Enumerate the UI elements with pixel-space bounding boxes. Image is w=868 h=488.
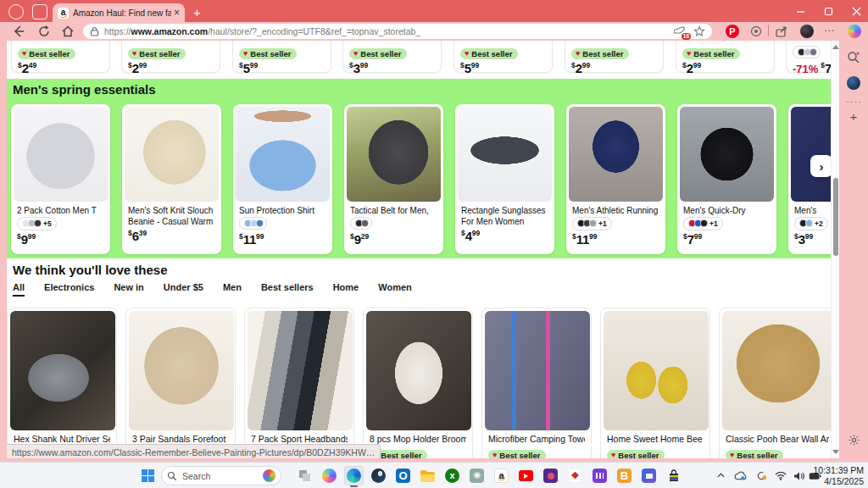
tab-women[interactable]: Women: [378, 282, 412, 297]
profile-avatar[interactable]: [800, 25, 814, 38]
edge-sidebar: +: [839, 41, 868, 458]
start-button[interactable]: [138, 466, 158, 485]
shopping-bag-icon[interactable]: [664, 466, 683, 485]
workspaces-icon[interactable]: [8, 4, 24, 19]
youtube-icon[interactable]: [516, 466, 536, 485]
carousel-next-button[interactable]: ›: [810, 155, 831, 177]
volume-icon[interactable]: [793, 466, 804, 485]
tab-new-in[interactable]: New in: [114, 282, 143, 297]
copilot-icon[interactable]: [848, 25, 861, 38]
update-icon[interactable]: [756, 466, 767, 485]
product-card[interactable]: Classic Pooh Bear Wall Art Dec... ♥Best …: [719, 308, 831, 458]
favorites-star-icon[interactable]: [693, 25, 705, 37]
address-bar[interactable]: https://www.amazon.com/haul/store/?_enco…: [83, 24, 712, 39]
minimize-button[interactable]: [796, 7, 805, 16]
maximize-button[interactable]: [824, 7, 833, 16]
close-button[interactable]: [852, 7, 861, 16]
more-menu-icon[interactable]: ⋯: [824, 25, 837, 38]
tray-chevron-up-icon[interactable]: [716, 466, 726, 485]
taskbar-search[interactable]: Search: [161, 466, 281, 485]
scroll-down-icon[interactable]: [832, 450, 839, 454]
product-card[interactable]: 3 Pair Sandals Forefoot Pads f... Sellin…: [125, 308, 236, 458]
tab-men[interactable]: Men: [223, 282, 242, 297]
sidebar-settings-icon[interactable]: [848, 434, 860, 446]
xbox-icon[interactable]: x: [442, 466, 462, 485]
sidebar-search-icon[interactable]: [847, 51, 860, 64]
product-image: [14, 107, 108, 202]
home-icon[interactable]: [61, 25, 75, 38]
clipchamp-icon[interactable]: [541, 466, 560, 485]
tab-close-icon[interactable]: ×: [174, 7, 180, 19]
ms-store-icon[interactable]: [639, 466, 659, 485]
pinterest-extension-icon[interactable]: P: [726, 25, 739, 38]
product-card[interactable]: Tactical Belt for Men, Men S... $929: [344, 104, 443, 254]
extension-icon[interactable]: [749, 25, 763, 38]
wifi-icon[interactable]: [775, 466, 787, 485]
product-card[interactable]: Hex Shank Nut Driver Set - Me... Selling…: [7, 308, 117, 458]
product-card[interactable]: Men's Soft Knit Slouch Beanie - Casual W…: [122, 104, 221, 254]
product-card[interactable]: ♥Best seller$299: [676, 41, 775, 73]
product-price: $1199: [572, 232, 659, 247]
product-card[interactable]: ♥Best seller$299: [121, 41, 220, 73]
onedrive-icon[interactable]: [734, 466, 747, 485]
product-card[interactable]: Rectangle Sunglasses For Men Women Styli…: [455, 104, 554, 254]
tab-best-sellers[interactable]: Best sellers: [261, 282, 314, 297]
scroll-up-icon[interactable]: [832, 45, 839, 49]
product-image: [791, 107, 831, 202]
tab-under-5[interactable]: Under $5: [164, 282, 203, 297]
steam-icon[interactable]: [369, 466, 388, 485]
product-image: [10, 311, 115, 430]
product-card[interactable]: Men's Quick-Dry Athletic Gy... +1 $799: [677, 104, 776, 254]
amazon-icon[interactable]: a: [492, 466, 511, 485]
url-text: https://www.amazon.com/haul/store/?_enco…: [104, 26, 667, 36]
tab-home[interactable]: Home: [333, 282, 359, 297]
product-card[interactable]: ♥Best seller$399: [342, 41, 442, 73]
task-view-icon[interactable]: [295, 466, 314, 485]
product-card[interactable]: Home Sweet Home Bee Sunflo... ♥Best sell…: [600, 308, 710, 458]
tab-electronics[interactable]: Electronics: [44, 282, 94, 297]
discount-percent: -71%: [793, 63, 818, 75]
heart-icon: ♥: [492, 452, 497, 458]
product-card[interactable]: Men's Athletic Running Shor... +1 $1199: [566, 104, 665, 254]
product-card[interactable]: 8 pcs Mop Holder Broom Hold... ♥Best sel…: [363, 308, 473, 458]
product-price: $399: [794, 232, 831, 247]
product-card[interactable]: ♥Best seller$599: [232, 41, 331, 73]
amazon-favicon: a: [58, 8, 69, 19]
chatgpt-icon[interactable]: ✳: [467, 466, 487, 485]
new-tab-button[interactable]: +: [193, 6, 201, 19]
product-image: [680, 107, 774, 202]
heart-icon: ♥: [611, 452, 615, 458]
product-card[interactable]: Microfiber Camping Towel,Qui... ♥Best se…: [481, 308, 592, 458]
product-card[interactable]: Sun Protection Shirt for Me... $1199: [233, 104, 332, 254]
refresh-icon[interactable]: [37, 25, 51, 38]
outlook-icon[interactable]: O: [393, 466, 413, 485]
file-explorer-icon[interactable]: [418, 466, 437, 485]
product-card[interactable]: -71%$72: [786, 41, 831, 73]
lock-icon[interactable]: [90, 26, 99, 36]
coupon-extension-icon[interactable]: 16: [674, 26, 687, 37]
product-card[interactable]: Men's Underw +2 $399: [788, 104, 831, 254]
product-price: $499: [461, 229, 548, 244]
color-swatches: +1: [572, 217, 612, 230]
browser-tab-active[interactable]: a Amazon Haul: Find new faves for ×: [53, 3, 185, 22]
product-card[interactable]: 7 Pack Sport Headbands, Head... Selling …: [244, 308, 354, 458]
tab-all[interactable]: All: [13, 282, 25, 297]
product-card[interactable]: ♥Best seller$249: [11, 41, 110, 73]
game-app-icon[interactable]: ❖: [565, 466, 585, 485]
copilot-icon[interactable]: [320, 466, 339, 485]
tab-actions-icon[interactable]: [32, 4, 47, 19]
edge-icon[interactable]: [344, 466, 364, 485]
scrollbar-thumb[interactable]: [833, 178, 838, 256]
page-scrollbar[interactable]: [831, 41, 839, 458]
blogger-icon[interactable]: B: [615, 466, 634, 485]
media-app-icon[interactable]: [590, 466, 609, 485]
product-image: [248, 311, 353, 430]
sidebar-app-icon[interactable]: [847, 76, 860, 90]
product-card[interactable]: 2 Pack Cotton Men T Shirt S... +5 $999: [11, 104, 110, 254]
sidebar-add-icon[interactable]: +: [850, 111, 858, 123]
taskbar-clock[interactable]: 10:31:39 PM 4/15/2025: [813, 465, 864, 486]
product-card[interactable]: ♥Best seller$599: [453, 41, 553, 73]
back-icon[interactable]: [12, 25, 25, 38]
product-card[interactable]: ♥Best seller$299: [565, 41, 664, 73]
share-icon[interactable]: [775, 25, 788, 38]
